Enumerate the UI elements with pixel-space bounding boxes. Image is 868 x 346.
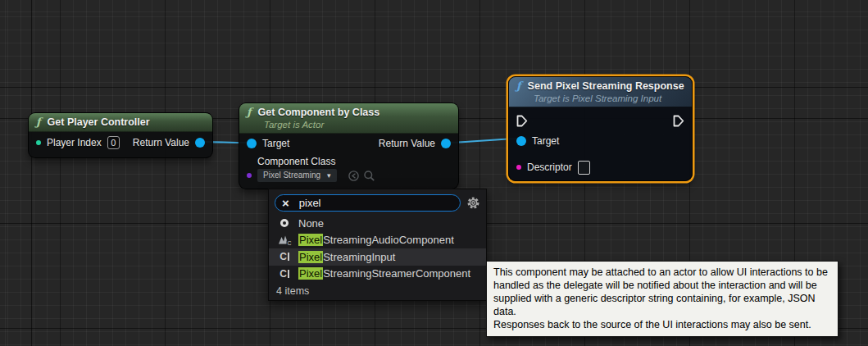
- node-send-pixel-streaming-response[interactable]: ƒ Send Pixel Streaming Response Target i…: [508, 76, 693, 181]
- node-get-component-by-class[interactable]: ƒ Get Component by Class Target is Actor…: [239, 102, 459, 189]
- component-icon: C: [277, 268, 292, 280]
- pin-label-player-index: Player Index: [47, 137, 102, 148]
- search-input[interactable]: [299, 197, 430, 209]
- function-icon: ƒ: [516, 80, 521, 93]
- dropdown-item-label: None: [298, 217, 324, 230]
- gear-icon[interactable]: [466, 196, 480, 213]
- dropdown-item-pixelstreaminginput[interactable]: C PixelStreamingInput: [269, 248, 486, 266]
- object-pin-target[interactable]: [516, 136, 526, 146]
- chevron-down-icon: ▾: [327, 171, 331, 180]
- function-icon: ƒ: [247, 106, 252, 119]
- component-class-dropdown[interactable]: Pixel Streaming ▾: [257, 169, 337, 182]
- node-title: Get Component by Class: [258, 106, 380, 119]
- clear-search-icon[interactable]: ×: [282, 197, 289, 209]
- node-get-player-controller[interactable]: ƒ Get Player Controller Player Index 0 R…: [28, 112, 213, 158]
- dropdown-item-label: PixelStreamingInput: [298, 251, 395, 263]
- none-circle-icon: [277, 219, 292, 227]
- dropdown-item-pixelstreamingstreamercomponent[interactable]: C PixelStreamingStreamerComponent: [269, 266, 486, 283]
- integer-pin[interactable]: [36, 140, 41, 145]
- component-icon: C: [277, 251, 292, 262]
- search-asset-icon[interactable]: [363, 170, 375, 182]
- class-picker-dropdown[interactable]: × None C PixelStreamingAudioComponent: [268, 189, 487, 301]
- pin-label-component-class: Component Class: [257, 156, 335, 167]
- object-pin-return[interactable]: [195, 138, 205, 148]
- node-header[interactable]: ƒ Get Player Controller: [29, 113, 212, 132]
- pin-label-target: Target: [532, 135, 559, 147]
- svg-text:C: C: [287, 240, 291, 246]
- descriptor-value-field[interactable]: [578, 161, 590, 175]
- search-field[interactable]: ×: [275, 194, 461, 212]
- node-header[interactable]: ƒ Get Component by Class Target is Actor: [239, 103, 458, 134]
- pin-label-return-value: Return Value: [133, 137, 189, 148]
- dropdown-item-pixelstreamingaudiocomponent[interactable]: C PixelStreamingAudioComponent: [269, 232, 486, 249]
- object-pin-target[interactable]: [247, 139, 257, 148]
- function-icon: ƒ: [36, 116, 41, 129]
- object-pin-return[interactable]: [441, 139, 451, 148]
- pin-label-return-value: Return Value: [379, 138, 435, 149]
- class-description-tooltip: This component may be attached to an act…: [486, 261, 838, 337]
- component-class-selected-value: Pixel Streaming: [263, 171, 320, 180]
- node-subtitle: Target is Pixel Streaming Input: [534, 93, 685, 104]
- player-index-value-field[interactable]: 0: [107, 136, 120, 149]
- dropdown-item-label: PixelStreamingAudioComponent: [298, 234, 454, 246]
- pin-label-descriptor: Descriptor: [527, 162, 572, 173]
- node-title: Send Pixel Streaming Response: [528, 80, 684, 93]
- string-pin-descriptor[interactable]: [516, 165, 521, 170]
- audio-component-icon: C: [277, 234, 292, 246]
- exec-output-pin[interactable]: [673, 115, 684, 127]
- node-subtitle: Target is Actor: [264, 120, 452, 130]
- class-pin[interactable]: [247, 173, 252, 178]
- pin-label-target: Target: [262, 138, 289, 149]
- node-header[interactable]: ƒ Send Pixel Streaming Response Target i…: [509, 77, 692, 107]
- item-count-label: 4 items: [276, 285, 309, 297]
- exec-input-pin[interactable]: [516, 115, 528, 127]
- dropdown-item-none[interactable]: None: [269, 215, 486, 232]
- browse-to-asset-icon[interactable]: [348, 170, 360, 182]
- node-title: Get Player Controller: [48, 116, 150, 129]
- blueprint-graph-canvas[interactable]: ƒ Get Player Controller Player Index 0 R…: [0, 0, 868, 346]
- dropdown-item-label: PixelStreamingStreamerComponent: [298, 267, 470, 280]
